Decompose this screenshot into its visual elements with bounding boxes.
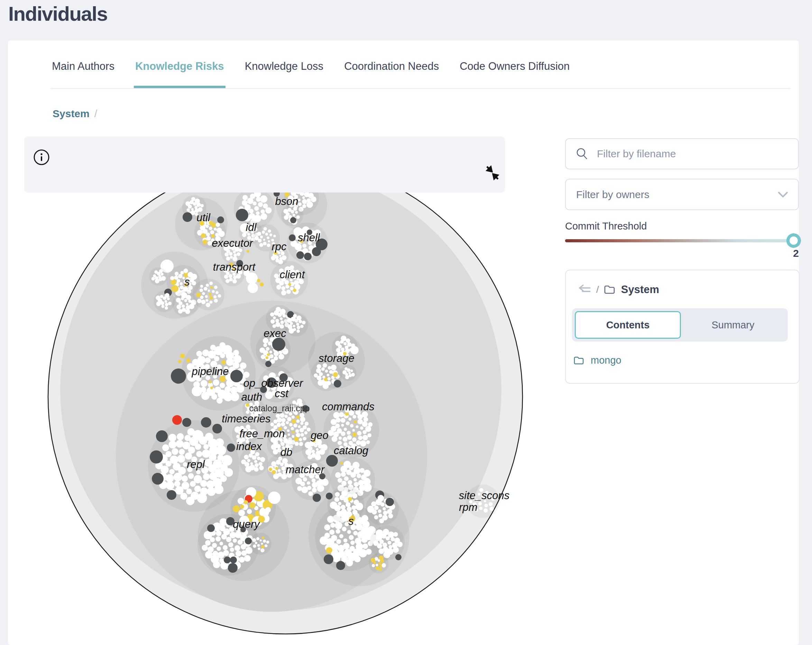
yellow-file-dot[interactable]	[260, 282, 264, 287]
file-dot[interactable]	[169, 441, 177, 449]
file-dot[interactable]	[347, 342, 352, 347]
file-dot[interactable]	[281, 442, 285, 446]
file-dot[interactable]	[346, 559, 353, 567]
file-dot[interactable]	[353, 429, 355, 432]
file-dot[interactable]	[289, 423, 293, 427]
file-dot[interactable]	[343, 342, 347, 346]
file-dot[interactable]	[352, 438, 357, 442]
file-dot[interactable]	[263, 540, 266, 543]
file-dot[interactable]	[215, 291, 218, 294]
file-dot[interactable]	[362, 521, 369, 528]
yellow-file-dot[interactable]	[255, 511, 259, 515]
file-dot[interactable]	[333, 412, 340, 419]
file-dot[interactable]	[342, 527, 346, 531]
file-dot[interactable]	[286, 289, 291, 294]
file-dot[interactable]	[178, 274, 183, 278]
file-dot[interactable]	[180, 271, 184, 274]
file-dot[interactable]	[219, 342, 226, 348]
dark-file-dot[interactable]	[334, 380, 341, 387]
file-dot[interactable]	[254, 206, 259, 211]
file-dot[interactable]	[209, 293, 212, 296]
file-dot[interactable]	[293, 325, 295, 327]
dark-file-dot[interactable]	[207, 525, 215, 532]
file-dot[interactable]	[285, 421, 289, 424]
file-dot[interactable]	[203, 473, 210, 480]
file-dot[interactable]	[274, 273, 279, 278]
file-dot[interactable]	[184, 299, 188, 302]
file-dot[interactable]	[289, 328, 294, 334]
file-dot[interactable]	[284, 215, 288, 220]
file-dot[interactable]	[353, 462, 359, 469]
file-dot[interactable]	[205, 540, 211, 546]
file-dot[interactable]	[296, 215, 300, 219]
file-dot[interactable]	[341, 472, 346, 477]
file-dot[interactable]	[267, 236, 269, 239]
file-dot[interactable]	[356, 503, 363, 510]
file-dot[interactable]	[354, 482, 359, 487]
dark-file-dot[interactable]	[217, 217, 224, 223]
file-dot[interactable]	[265, 233, 268, 235]
file-dot[interactable]	[337, 478, 342, 483]
file-dot[interactable]	[362, 543, 368, 549]
file-dot[interactable]	[181, 292, 188, 298]
dark-file-dot[interactable]	[150, 450, 163, 464]
dark-file-dot[interactable]	[201, 417, 211, 428]
file-dot[interactable]	[160, 273, 163, 276]
file-dot[interactable]	[210, 345, 216, 351]
file-dot[interactable]	[260, 235, 263, 238]
file-dot[interactable]	[256, 211, 260, 215]
file-dot[interactable]	[330, 523, 335, 528]
file-dot[interactable]	[162, 444, 169, 451]
file-dot[interactable]	[281, 320, 284, 324]
file-dot[interactable]	[187, 208, 190, 212]
file-dot[interactable]	[234, 253, 237, 257]
file-dot[interactable]	[340, 418, 345, 423]
file-dot[interactable]	[208, 290, 210, 292]
file-dot[interactable]	[282, 458, 288, 464]
file-dot[interactable]	[202, 292, 205, 295]
file-dot[interactable]	[180, 282, 183, 285]
owners-filter[interactable]: Filter by owners	[565, 179, 799, 210]
file-dot[interactable]	[350, 424, 353, 428]
file-dot[interactable]	[362, 435, 368, 441]
file-dot[interactable]	[373, 541, 379, 546]
yellow-file-dot[interactable]	[180, 354, 185, 358]
file-dot[interactable]	[247, 459, 250, 462]
file-dot[interactable]	[296, 329, 300, 333]
file-dot[interactable]	[366, 441, 370, 444]
yellow-file-dot[interactable]	[269, 468, 272, 471]
file-dot[interactable]	[232, 279, 237, 284]
file-dot[interactable]	[216, 531, 222, 537]
file-dot[interactable]	[296, 415, 299, 419]
file-dot[interactable]	[273, 449, 278, 454]
file-dot[interactable]	[213, 379, 219, 386]
file-dot[interactable]	[371, 501, 376, 506]
file-dot[interactable]	[271, 444, 277, 450]
info-icon[interactable]	[33, 149, 50, 166]
file-dot[interactable]	[375, 564, 378, 566]
file-dot[interactable]	[484, 504, 488, 507]
file-dot[interactable]	[305, 449, 311, 456]
file-dot[interactable]	[177, 433, 184, 441]
file-dot[interactable]	[188, 473, 194, 479]
file-dot[interactable]	[243, 195, 247, 200]
file-dot[interactable]	[205, 551, 213, 558]
file-dot[interactable]	[182, 476, 188, 482]
file-dot[interactable]	[268, 341, 272, 345]
tab-main-authors[interactable]: Main Authors	[50, 58, 116, 88]
file-dot[interactable]	[217, 546, 221, 551]
file-dot[interactable]	[170, 276, 174, 281]
file-dot[interactable]	[221, 455, 232, 466]
file-dot[interactable]	[255, 542, 257, 544]
file-dot[interactable]	[323, 383, 329, 389]
file-dot[interactable]	[165, 306, 168, 310]
file-dot[interactable]	[353, 478, 357, 482]
file-dot[interactable]	[343, 461, 351, 468]
file-dot[interactable]	[371, 558, 375, 563]
file-dot[interactable]	[224, 252, 229, 256]
file-dot[interactable]	[275, 322, 281, 327]
file-dot[interactable]	[334, 497, 340, 502]
file-dot[interactable]	[363, 470, 370, 477]
file-dot[interactable]	[295, 478, 302, 484]
file-dot[interactable]	[273, 419, 278, 424]
